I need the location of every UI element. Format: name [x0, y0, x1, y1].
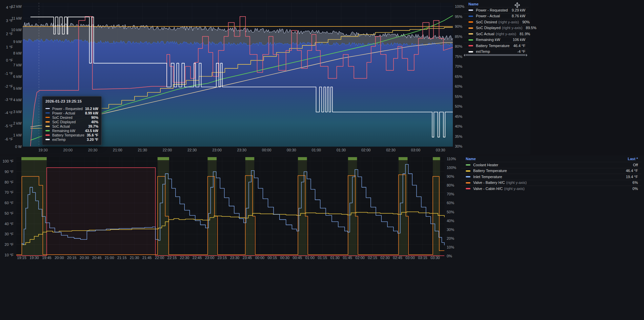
series-label: SoC Actual	[476, 32, 494, 36]
series-label: SoC Desired	[476, 20, 497, 24]
series-label: Valve - Cabin H/C	[473, 187, 503, 191]
series-value: 40%	[91, 120, 98, 124]
percent-axis-tick-label: 85%	[455, 35, 462, 39]
percent-axis-tick-label: 0%	[447, 254, 452, 258]
axis-suffix: (right y-axis)	[502, 26, 523, 30]
x-axis-tick-label: 22:00	[163, 148, 172, 152]
legend-row-exttemp: extTemp3.20 °F	[45, 137, 98, 142]
scrollbar-thumb[interactable]	[465, 54, 526, 56]
power-requested-swatch-icon	[468, 9, 473, 11]
legend-row-power-actual: Power - Actual8.99 kW	[45, 111, 98, 115]
temp-f-axis-tick-label: 40 °F	[5, 222, 14, 226]
x-axis-tick-label: 02:30	[386, 148, 396, 152]
coolant-heater-state-cap	[208, 157, 217, 160]
battery-temperature-swatch-icon	[468, 45, 473, 46]
temp-f-axis-tick-label: 60 °F	[5, 201, 14, 205]
legend-row-soc-desired[interactable]: SoC Desired(right y-axis)90%	[464, 19, 529, 25]
percent-axis-tick-label: 60%	[455, 84, 462, 88]
legend-row-soc-actual[interactable]: SoC Actual(right y-axis)81.9%	[464, 31, 529, 37]
panel-menu-kebab-icon[interactable]	[523, 2, 529, 8]
temp-f-axis-tick-label: 90 °F	[5, 170, 14, 174]
percent-axis-tick-label: 95%	[455, 15, 462, 19]
legend-row-power-requested: Power - Requested10.2 kW	[45, 106, 98, 111]
x-axis-tick-label: 02:15	[368, 256, 377, 260]
x-axis-tick-label: 02:00	[361, 148, 371, 152]
battery-temperature-swatch-icon	[45, 134, 50, 136]
temp-f-axis-tick-label: 50 °F	[5, 211, 14, 215]
temp-f-axis-tick-label: -6 °F	[5, 137, 13, 141]
power-kw-axis-tick-label: 3 kW	[13, 110, 22, 114]
soc-desired-swatch-icon	[468, 21, 473, 23]
temp-f-axis-tick-label: 10 °F	[5, 253, 14, 257]
axis-suffix: (right y-axis)	[504, 187, 525, 191]
scroll-left-icon[interactable]	[462, 54, 465, 57]
inlet-temperature-swatch-icon	[466, 176, 470, 177]
x-axis-tick-label: 23:00	[212, 148, 222, 152]
series-label: Remaining kW	[52, 129, 75, 133]
legend-name-header[interactable]: Name	[468, 2, 479, 6]
power-actual-swatch-icon	[468, 16, 473, 17]
power-kw-axis-tick-label: 6 kW	[13, 74, 22, 79]
legend-row-valve-battery-hc[interactable]: Valve - Battery H/C(right y-axis)6%	[461, 180, 641, 186]
power-kw-axis-tick-label: 4 kW	[13, 98, 22, 102]
coolant-heater-state-cap	[298, 157, 307, 160]
legend-scrollbar[interactable]	[462, 54, 529, 57]
x-axis-tick-label: 01:15	[318, 256, 327, 260]
x-axis-tick-label: 21:30	[138, 148, 147, 152]
percent-axis-tick-label: 90%	[455, 24, 462, 28]
power-kw-axis-tick-label: 2 kW	[13, 121, 22, 125]
scroll-right-icon[interactable]	[526, 54, 529, 57]
battery-temperature-swatch-icon	[466, 170, 470, 172]
power-kw-axis-tick-label: 1 kW	[13, 133, 22, 137]
power-requested-swatch-icon	[45, 108, 50, 109]
x-axis-tick-label: 00:30	[287, 148, 296, 152]
legend-row-valve-cabin-hc[interactable]: Valve - Cabin H/C(right y-axis)0%	[461, 186, 641, 192]
coolant-heater-state-cap	[399, 157, 408, 160]
temp-f-axis-tick-label: -5 °F	[5, 124, 13, 128]
series-value: -4 °F	[514, 50, 525, 54]
top-chart-panel[interactable]: 19:3020:0020:3021:0021:3022:0022:3023:00…	[0, 0, 530, 155]
coolant-heater-state-cap	[158, 157, 169, 160]
legend-row-remaining-kw[interactable]: Remaining kW106 kW	[464, 37, 529, 43]
percent-axis-tick-label: 70%	[447, 192, 454, 196]
legend-row-battery-temperature[interactable]: Battery Temperature46.4 °F	[461, 168, 641, 174]
axis-suffix: (right y-axis)	[506, 181, 527, 185]
coolant-heater-state-cap	[348, 157, 357, 160]
series-label: SoC Displayed	[476, 26, 501, 30]
bottom-chart-panel[interactable]: 19:1519:3019:4520:0020:1520:3020:4521:00…	[0, 155, 644, 320]
legend-row-coolant-heater[interactable]: Coolant HeaterOff	[461, 162, 641, 168]
legend-row-soc-displayed[interactable]: SoC Displayed(right y-axis)89.5%	[464, 25, 529, 31]
power-kw-axis-tick-label: 12 kW	[11, 4, 22, 8]
bottom-chart[interactable]: 19:1519:3019:4520:0020:1520:3020:4521:00…	[0, 155, 459, 320]
series-value: 46.4 °F	[510, 44, 525, 48]
series-label: Power - Requested	[476, 8, 508, 12]
percent-axis-tick-label: 50%	[447, 210, 454, 214]
axis-suffix: (right y-axis)	[496, 32, 516, 36]
coolant-heater-on-band	[208, 157, 217, 256]
legend-row-power-actual[interactable]: Power - Actual8.76 kW	[464, 13, 529, 19]
legend-row-inlet-temperature[interactable]: Inlet Temperature19.4 °F	[461, 174, 641, 180]
x-axis-tick-label: 03:15	[418, 256, 427, 260]
coolant-heater-on-band	[399, 157, 408, 256]
legend-row-battery-temperature[interactable]: Battery Temperature46.4 °F	[464, 43, 529, 49]
x-axis-tick-label: 20:45	[92, 256, 102, 260]
temp-f-axis-tick-label: 100 °F	[2, 159, 14, 163]
x-axis-tick-label: 00:00	[255, 256, 265, 260]
series-value: 10.2 kW	[85, 107, 98, 111]
series-value: 9.29 kW	[508, 8, 525, 12]
x-axis-tick-label: 21:00	[113, 148, 122, 152]
x-axis-tick-label: 22:30	[187, 148, 197, 152]
percent-axis-tick-label: 55%	[455, 94, 462, 99]
legend-last-header[interactable]: Last *	[628, 157, 638, 161]
x-axis-tick-label: 03:00	[411, 148, 421, 152]
legend-name-header[interactable]: Name	[466, 157, 476, 161]
soc-actual-swatch-icon	[45, 126, 50, 127]
legend-row-soc-actual: SoC Actual39.7%	[45, 124, 98, 128]
series-value: 8.99 kW	[85, 111, 98, 115]
series-value: 3.20 °F	[87, 137, 98, 142]
series-label: Battery Temperature	[476, 44, 509, 48]
temp-f-axis-tick-label: -4 °F	[5, 111, 13, 115]
series-label: SoC Displayed	[52, 120, 76, 124]
series-value: 35.6 °F	[87, 133, 98, 137]
series-label: Battery Temperature	[473, 169, 507, 173]
